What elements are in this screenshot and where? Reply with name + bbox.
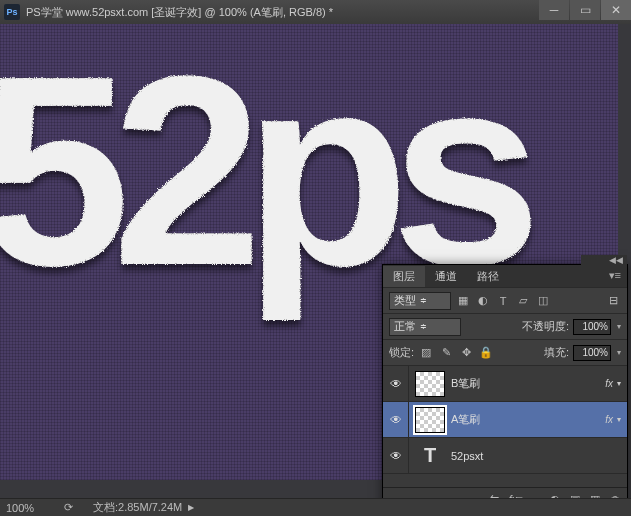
filter-toggle-icon[interactable]: ⊟ [605,293,621,309]
doc-size-label: 文档:2.85M/7.24M [93,500,182,515]
visibility-toggle[interactable]: 👁 [383,366,409,401]
expand-icon[interactable]: ▾ [617,415,621,424]
statusbar: 100% ⟳ 文档:2.85M/7.24M ▶ [0,498,631,516]
blend-mode-dropdown[interactable]: 正常 ≑ [389,318,461,336]
filter-pixel-icon[interactable]: ▦ [455,293,471,309]
lock-all-icon[interactable]: 🔒 [478,345,494,361]
blend-row: 正常 ≑ 不透明度: 100% ▾ [383,313,627,339]
filter-shape-icon[interactable]: ▱ [515,293,531,309]
layer-thumbnail[interactable] [415,371,445,397]
layer-name[interactable]: 52psxt [451,450,627,462]
document-title: PS学堂 www.52psxt.com [圣诞字效] @ 100% (A笔刷, … [26,5,333,20]
dropdown-arrow-icon: ≑ [420,296,427,305]
eye-icon: 👁 [390,449,402,463]
maximize-button[interactable]: ▭ [570,0,600,20]
tab-layers[interactable]: 图层 [383,266,425,287]
eye-icon: 👁 [390,413,402,427]
layer-row[interactable]: 👁 A笔刷 fx ▾ [383,401,627,437]
filter-text-icon[interactable]: T [495,293,511,309]
layer-name[interactable]: A笔刷 [451,412,605,427]
layer-name[interactable]: B笔刷 [451,376,605,391]
dropdown-arrow-icon: ≑ [420,322,427,331]
zoom-level[interactable]: 100% [6,502,54,514]
opacity-label: 不透明度: [522,319,569,334]
window-controls: ─ ▭ ✕ [538,0,631,20]
visibility-toggle[interactable]: 👁 [383,402,409,437]
fill-flyout-icon[interactable]: ▾ [617,348,621,357]
filter-row: 类型 ≑ ▦ ◐ T ▱ ◫ ⊟ [383,287,627,313]
opacity-flyout-icon[interactable]: ▾ [617,322,621,331]
titlebar: Ps PS学堂 www.52psxt.com [圣诞字效] @ 100% (A笔… [0,0,631,24]
panel-tabs: 图层 通道 路径 ▾≡ [383,265,627,287]
fill-input[interactable]: 100% [573,345,611,361]
visibility-toggle[interactable]: 👁 [383,438,409,473]
fill-label: 填充: [544,345,569,360]
app-icon: Ps [4,4,20,20]
lock-label: 锁定: [389,345,414,360]
expand-icon[interactable]: ▾ [617,379,621,388]
close-button[interactable]: ✕ [601,0,631,20]
layer-row[interactable]: 👁 B笔刷 fx ▾ [383,365,627,401]
lock-transparent-icon[interactable]: ▨ [418,345,434,361]
lock-move-icon[interactable]: ✥ [458,345,474,361]
blend-mode-value: 正常 [394,319,416,334]
filter-type-label: 类型 [394,293,416,308]
lock-row: 锁定: ▨ ✎ ✥ 🔒 填充: 100% ▾ [383,339,627,365]
eye-icon: 👁 [390,377,402,391]
tab-paths[interactable]: 路径 [467,266,509,287]
lock-paint-icon[interactable]: ✎ [438,345,454,361]
panel-collapse-bar[interactable]: ◀◀ [581,255,627,265]
fx-badge[interactable]: fx [605,378,613,389]
filter-adjust-icon[interactable]: ◐ [475,293,491,309]
minimize-button[interactable]: ─ [539,0,569,20]
layer-row[interactable]: 👁 T 52psxt [383,437,627,473]
sync-icon[interactable]: ⟳ [64,501,73,514]
fx-badge[interactable]: fx [605,414,613,425]
layers-panel: ◀◀ 图层 通道 路径 ▾≡ 类型 ≑ ▦ ◐ T ▱ ◫ ⊟ 正常 ≑ 不透明… [382,264,628,512]
doc-info-menu-icon[interactable]: ▶ [188,503,194,512]
opacity-input[interactable]: 100% [573,319,611,335]
layer-thumbnail[interactable] [415,407,445,433]
tab-channels[interactable]: 通道 [425,266,467,287]
filter-type-dropdown[interactable]: 类型 ≑ [389,292,451,310]
text-layer-icon[interactable]: T [415,443,445,469]
filter-smart-icon[interactable]: ◫ [535,293,551,309]
panel-menu-icon[interactable]: ▾≡ [609,269,621,282]
layer-list: 👁 B笔刷 fx ▾ 👁 A笔刷 fx ▾ 👁 T 52psxt [383,365,627,487]
